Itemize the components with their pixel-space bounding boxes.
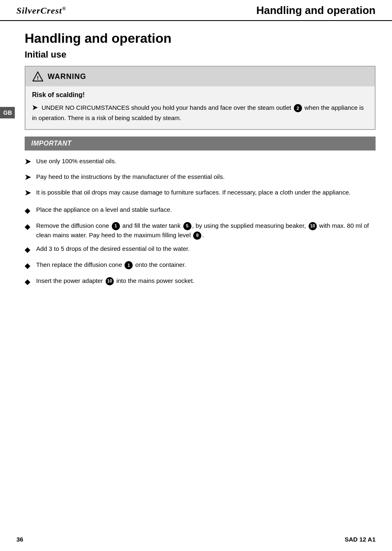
diamond-list: ◆ Place the appliance on a level and sta… — [25, 205, 376, 288]
warning-body: Risk of scalding! ➤ UNDER NO CIRCUMSTANC… — [25, 86, 375, 129]
circle-num-10b: 10 — [106, 277, 114, 285]
diamond-text: Insert the power adapter 10 into the mai… — [36, 276, 376, 285]
diamond-bullet-icon: ◆ — [25, 205, 36, 217]
brand-logo: SilverCrest® — [16, 5, 66, 16]
diamond-bullet-icon: ◆ — [25, 244, 36, 256]
svg-text:!: ! — [37, 75, 39, 81]
important-label: IMPORTANT — [31, 140, 71, 147]
circle-num-1: 1 — [112, 222, 120, 230]
warning-triangle-icon: ! — [32, 71, 44, 82]
footer: 36 SAD 12 A1 — [16, 536, 376, 543]
important-box: IMPORTANT — [25, 137, 376, 150]
list-item: ➤ It is possible that oil drops may caus… — [25, 188, 376, 199]
diamond-text: Remove the diffusion cone 1 and fill the… — [36, 221, 376, 240]
header-title: Handling and operation — [256, 4, 376, 17]
warning-text: ➤ UNDER NO CIRCUMSTANCES should you hold… — [32, 103, 368, 123]
list-item: ➤ Use only 100% essential oils. — [25, 156, 376, 168]
list-item: ◆ Then replace the diffusion cone 1 onto… — [25, 260, 376, 272]
diamond-bullet-icon: ◆ — [25, 221, 36, 233]
list-item: ◆ Place the appliance on a level and sta… — [25, 205, 376, 217]
circle-num-10a: 10 — [309, 222, 317, 230]
warning-sub-heading: Risk of scalding! — [32, 91, 368, 99]
warning-label: WARNING — [48, 72, 86, 81]
list-item: ◆ Add 3 to 5 drops of the desired essent… — [25, 244, 376, 256]
diamond-bullet-icon: ◆ — [25, 260, 36, 272]
bullet-text: Pay heed to the instructions by the manu… — [36, 172, 376, 181]
footer-page-number: 36 — [16, 536, 23, 543]
section-heading: Initial use — [25, 49, 376, 60]
warning-header: ! WARNING — [25, 67, 375, 86]
arrow-bullet-icon: ➤ — [32, 103, 37, 113]
arrow-bullet-icon: ➤ — [25, 156, 36, 168]
arrow-bullet-icon: ➤ — [25, 172, 36, 183]
circle-num-8: 8 — [193, 232, 201, 240]
side-tab-gb: GB — [0, 107, 15, 118]
arrow-bullet-icon: ➤ — [25, 188, 36, 199]
warning-text-content: UNDER NO CIRCUMSTANCES should you hold y… — [32, 104, 364, 121]
page: SilverCrest® Handling and operation GB H… — [0, 0, 392, 551]
diamond-text: Add 3 to 5 drops of the desired essentia… — [36, 244, 376, 253]
page-heading: Handling and operation — [25, 31, 376, 46]
list-item: ◆ Remove the diffusion cone 1 and fill t… — [25, 221, 376, 240]
brand-sup: ® — [62, 5, 66, 11]
list-item: ◆ Insert the power adapter 10 into the m… — [25, 276, 376, 288]
circle-num-2: 2 — [294, 104, 302, 112]
footer-model: SAD 12 A1 — [345, 536, 376, 543]
diamond-bullet-icon: ◆ — [25, 276, 36, 288]
bullet-text: Use only 100% essential oils. — [36, 156, 376, 166]
warning-box: ! WARNING Risk of scalding! ➤ UNDER NO C… — [25, 66, 376, 130]
bullet-text: It is possible that oil drops may cause … — [36, 188, 376, 197]
brand-name: SilverCrest — [16, 5, 62, 16]
important-bullet-list: ➤ Use only 100% essential oils. ➤ Pay he… — [25, 156, 376, 199]
diamond-text: Then replace the diffusion cone 1 onto t… — [36, 260, 376, 269]
circle-num-5: 5 — [183, 222, 191, 230]
circle-num-1b: 1 — [125, 261, 133, 269]
main-content: Handling and operation Initial use ! WAR… — [0, 21, 392, 308]
list-item: ➤ Pay heed to the instructions by the ma… — [25, 172, 376, 183]
diamond-text: Place the appliance on a level and stabl… — [36, 205, 376, 214]
header: SilverCrest® Handling and operation — [0, 0, 392, 21]
